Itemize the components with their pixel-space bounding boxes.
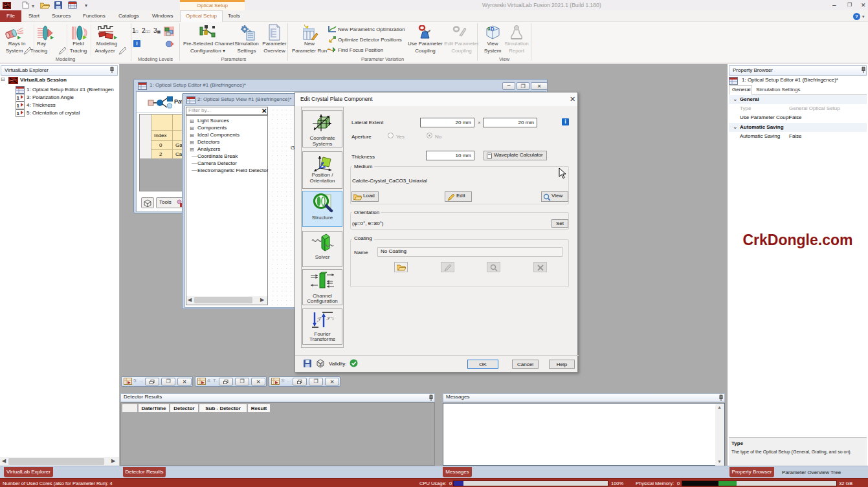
svg-text:1: 1 bbox=[17, 95, 20, 101]
svg-text:3D: 3D bbox=[318, 363, 324, 367]
svg-text:ℱ⁻¹: ℱ⁻¹ bbox=[326, 316, 334, 321]
svg-text:D: D bbox=[491, 26, 495, 32]
svg-text:1: 1 bbox=[17, 111, 20, 116]
svg-text:1: 1 bbox=[17, 103, 20, 109]
svg-text:ℱ: ℱ bbox=[317, 316, 322, 323]
